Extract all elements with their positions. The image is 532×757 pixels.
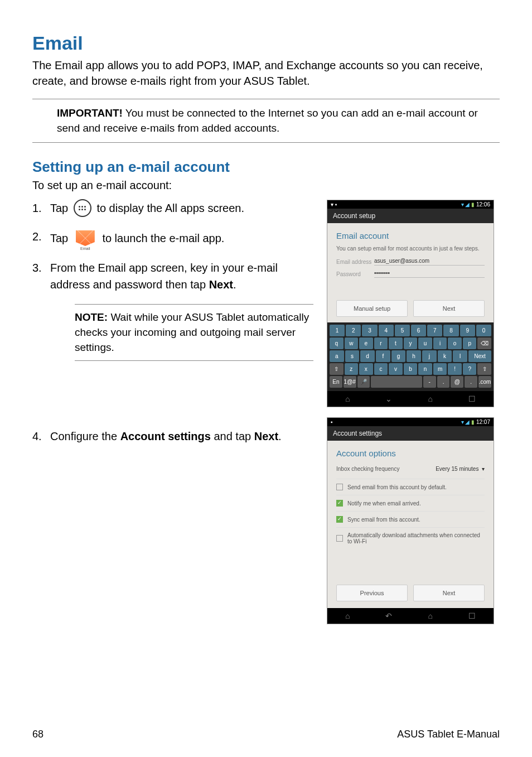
option-row[interactable]: Automatically download attachments when …: [336, 528, 485, 549]
hide-kb-icon[interactable]: ⌄: [385, 394, 392, 403]
checkbox-icon[interactable]: [336, 516, 343, 523]
email-field[interactable]: asus_user@asus.com: [374, 258, 485, 266]
keyboard-key[interactable]: i: [433, 337, 447, 349]
all-apps-icon: [74, 199, 91, 217]
keyboard-key[interactable]: !: [448, 363, 462, 375]
recent-icon[interactable]: ☐: [468, 611, 476, 620]
undo-icon[interactable]: ↶: [385, 611, 392, 620]
keyboard-key[interactable]: k: [438, 350, 452, 362]
email-label: Email address: [336, 259, 374, 265]
note-text: Wait while your ASUS Tablet automaticall…: [75, 311, 309, 353]
keyboard-key[interactable]: 0: [476, 325, 491, 336]
keyboard-key[interactable]: c: [374, 363, 388, 375]
keyboard-key[interactable]: a: [330, 350, 344, 362]
keyboard-key[interactable]: ⇧: [330, 363, 344, 375]
keyboard-key[interactable]: 5: [395, 325, 410, 336]
note-label: NOTE:: [75, 311, 108, 323]
keyboard-key[interactable]: ?: [463, 363, 477, 375]
keyboard-key[interactable]: .com: [478, 376, 491, 388]
keyboard-key[interactable]: z: [345, 363, 359, 375]
keyboard-key[interactable]: 1: [330, 325, 345, 336]
keyboard-key[interactable]: 4: [379, 325, 394, 336]
home-icon[interactable]: ⌂: [428, 394, 433, 403]
account-settings-label: Account settings: [120, 430, 211, 442]
option-row[interactable]: Notify me when email arrived.: [336, 495, 485, 512]
keyboard-key[interactable]: u: [418, 337, 432, 349]
previous-button[interactable]: Previous: [336, 585, 408, 601]
next-button[interactable]: Next: [413, 300, 485, 317]
keyboard-key[interactable]: @: [451, 376, 463, 388]
battery-icon: ▮: [471, 201, 475, 208]
checkbox-icon[interactable]: [336, 500, 343, 507]
step-text: to launch the e-mail app.: [102, 232, 224, 244]
keyboard-key[interactable]: q: [330, 337, 344, 349]
keyboard-key[interactable]: x: [359, 363, 373, 375]
option-row[interactable]: Send email from this account by default.: [336, 479, 485, 495]
keyboard-key[interactable]: 3: [362, 325, 377, 336]
keyboard-key[interactable]: ⌫: [477, 337, 491, 349]
keyboard-key[interactable]: 1@#: [344, 376, 356, 388]
keyboard[interactable]: 1234567890qwertyuiop⌫asdfghjklNext⇧zxcvb…: [327, 322, 494, 391]
keyboard-key[interactable]: o: [448, 337, 462, 349]
keyboard-key[interactable]: y: [404, 337, 418, 349]
keyboard-key[interactable]: 6: [411, 325, 426, 336]
keyboard-key[interactable]: -: [423, 376, 436, 388]
clock: 12:07: [476, 419, 490, 425]
clock: 12:06: [476, 201, 490, 208]
next-button[interactable]: Next: [413, 585, 485, 601]
keyboard-key[interactable]: b: [404, 363, 418, 375]
keyboard-key[interactable]: [371, 376, 422, 388]
keyboard-key[interactable]: .: [437, 376, 450, 388]
recent-icon[interactable]: ☐: [468, 394, 476, 403]
frequency-label: Inbox checking frequency: [336, 466, 399, 472]
keyboard-key[interactable]: 8: [443, 325, 458, 336]
back-icon[interactable]: ⌂: [345, 394, 350, 403]
keyboard-key[interactable]: f: [376, 350, 390, 362]
option-label: Notify me when email arrived.: [347, 500, 421, 507]
keyboard-key[interactable]: w: [345, 337, 359, 349]
status-icons-left: ▪: [331, 419, 333, 425]
keyboard-key[interactable]: e: [359, 337, 373, 349]
keyboard-key[interactable]: 2: [346, 325, 361, 336]
keyboard-key[interactable]: j: [422, 350, 437, 362]
keyboard-key[interactable]: 9: [460, 325, 475, 336]
keyboard-key[interactable]: d: [360, 350, 375, 362]
checkbox-icon[interactable]: [336, 484, 343, 490]
step-1: 1. Tap to display the All apps screen.: [32, 200, 313, 218]
option-row[interactable]: Sync email from this account.: [336, 512, 485, 528]
next-label: Next: [209, 278, 233, 291]
keyboard-key[interactable]: l: [453, 350, 467, 362]
keyboard-key[interactable]: 7: [427, 325, 442, 336]
important-label: IMPORTANT!: [57, 107, 123, 119]
keyboard-key[interactable]: t: [389, 337, 403, 349]
keyboard-key[interactable]: m: [433, 363, 447, 375]
keyboard-key[interactable]: ⇧: [477, 363, 491, 375]
nav-bar[interactable]: ⌂ ⌄ ⌂ ☐: [327, 391, 494, 407]
step-number: 4.: [32, 428, 50, 445]
back-icon[interactable]: ⌂: [345, 611, 350, 620]
checkbox-icon[interactable]: [336, 535, 343, 542]
keyboard-key[interactable]: En: [330, 376, 342, 388]
status-bar: ▪ ▾ ◢ ▮ 12:07: [327, 418, 494, 426]
step-text: and tap: [211, 430, 254, 442]
keyboard-key[interactable]: n: [418, 363, 432, 375]
password-field[interactable]: ••••••••: [374, 270, 485, 278]
keyboard-key[interactable]: r: [374, 337, 388, 349]
manual-setup-button[interactable]: Manual setup: [336, 300, 408, 317]
frequency-row[interactable]: Inbox checking frequency Every 15 minute…: [336, 462, 485, 479]
screenshot-account-setup: ▾ ▪ ▾ ◢ ▮ 12:06 Account setup Email acco…: [327, 200, 494, 407]
keyboard-key[interactable]: s: [345, 350, 360, 362]
keyboard-key[interactable]: v: [389, 363, 403, 375]
keyboard-key[interactable]: Next: [468, 350, 491, 362]
step-text: .: [278, 430, 282, 442]
screenshot-account-settings: ▪ ▾ ◢ ▮ 12:07 Account settings Account o…: [327, 417, 494, 624]
form-description: You can setup email for most accounts in…: [336, 245, 485, 252]
keyboard-key[interactable]: 🎤: [357, 376, 370, 388]
keyboard-key[interactable]: p: [463, 337, 477, 349]
keyboard-key[interactable]: h: [407, 350, 421, 362]
nav-bar[interactable]: ⌂ ↶ ⌂ ☐: [327, 608, 494, 624]
home-icon[interactable]: ⌂: [428, 611, 433, 620]
keyboard-key[interactable]: .: [465, 376, 477, 388]
keyboard-key[interactable]: g: [391, 350, 406, 362]
wifi-icon: ▾ ◢: [461, 419, 472, 425]
